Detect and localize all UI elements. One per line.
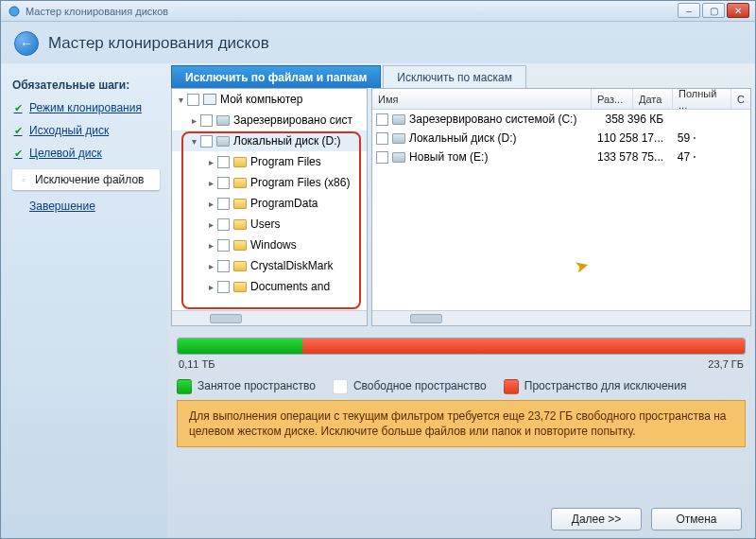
usage-excluded-segment bbox=[302, 339, 745, 354]
main-panel: Исключить по файлам и папкам Исключить п… bbox=[167, 63, 755, 538]
swatch-free bbox=[333, 379, 348, 394]
window-buttons: – ▢ ✕ bbox=[678, 3, 749, 18]
tree-hscroll[interactable] bbox=[172, 310, 367, 325]
expand-icon[interactable]: ▸ bbox=[206, 282, 215, 292]
checkbox[interactable] bbox=[217, 198, 230, 210]
tree-node[interactable]: ▸ Documents and bbox=[172, 276, 367, 297]
checkbox[interactable] bbox=[217, 156, 230, 168]
tree-label: Program Files (x86) bbox=[250, 176, 350, 189]
sidebar-title: Обязательные шаги: bbox=[12, 78, 160, 92]
drive-icon bbox=[216, 115, 230, 126]
col-size[interactable]: Раз... bbox=[592, 89, 633, 109]
collapse-icon[interactable]: ▾ bbox=[176, 95, 185, 105]
tree-node[interactable]: ▸ CrystalDiskMark bbox=[172, 255, 367, 276]
checkbox[interactable] bbox=[217, 177, 230, 189]
scroll-thumb[interactable] bbox=[210, 314, 242, 323]
tree-node[interactable]: ▸ Windows bbox=[172, 235, 367, 255]
maximize-button[interactable]: ▢ bbox=[702, 3, 725, 18]
list-item[interactable]: Зарезервировано системой (C:) 358 396 КБ bbox=[372, 110, 750, 129]
tree-label: Зарезервировано сист bbox=[233, 113, 352, 127]
close-button[interactable]: ✕ bbox=[727, 3, 749, 18]
expand-icon[interactable]: ▸ bbox=[189, 115, 198, 126]
checkbox[interactable] bbox=[200, 114, 213, 127]
tree-label: Program Files bbox=[250, 155, 321, 168]
step-target-disk[interactable]: ✔ Целевой диск bbox=[12, 147, 160, 160]
swatch-used bbox=[177, 379, 192, 394]
checkbox[interactable] bbox=[217, 281, 230, 293]
step-label: Режим клонирования bbox=[29, 101, 142, 114]
titlebar[interactable]: Мастер клонирования дисков – ▢ ✕ bbox=[1, 1, 755, 22]
legend: Занятое пространство Свободное пространс… bbox=[177, 379, 746, 394]
checkbox[interactable] bbox=[200, 135, 213, 148]
step-source-disk[interactable]: ✔ Исходный диск bbox=[12, 124, 160, 137]
tree-node[interactable]: ▸ ProgramData bbox=[172, 193, 367, 214]
tab-label: Исключить по файлам и папкам bbox=[185, 71, 367, 84]
tree-node[interactable]: ▸ Users bbox=[172, 214, 367, 235]
next-button[interactable]: Далее >> bbox=[551, 508, 642, 530]
checkbox[interactable] bbox=[376, 132, 388, 145]
legend-excl: Пространство для исключения bbox=[504, 379, 687, 394]
checkbox[interactable] bbox=[376, 113, 388, 126]
step-finish[interactable]: ◦ Завершение bbox=[12, 200, 160, 213]
checkbox[interactable] bbox=[217, 260, 230, 272]
folder-icon bbox=[233, 282, 247, 292]
list-item[interactable]: Локальный диск (D:) 110 258 17... 59 ⋅ bbox=[372, 129, 750, 148]
back-button[interactable]: ← bbox=[14, 31, 39, 56]
expand-icon[interactable]: ▸ bbox=[206, 219, 215, 230]
tree-label: ProgramData bbox=[250, 197, 318, 210]
expand-icon[interactable]: ▸ bbox=[206, 261, 215, 271]
expand-icon[interactable]: ▸ bbox=[206, 178, 215, 188]
list-name: Зарезервировано системой (C:) bbox=[409, 113, 576, 126]
tab-exclude-masks[interactable]: Исключить по маскам bbox=[383, 65, 526, 88]
list-size: 110 258 17... bbox=[593, 131, 669, 145]
cursor-icon: ➤ bbox=[572, 253, 591, 277]
list-size: 358 396 КБ bbox=[593, 113, 669, 126]
col-date[interactable]: Дата bbox=[633, 89, 673, 109]
col-full[interactable]: Полный ... bbox=[673, 89, 731, 109]
col-last[interactable]: С bbox=[731, 89, 750, 109]
list-name: Локальный диск (D:) bbox=[409, 131, 517, 145]
step-label: Исключение файлов bbox=[35, 173, 144, 186]
checkbox[interactable] bbox=[187, 94, 199, 106]
arrow-left-icon: ← bbox=[20, 36, 33, 51]
check-icon: ✔ bbox=[12, 125, 24, 136]
list-date: 59 ⋅ bbox=[669, 131, 705, 145]
minimize-button[interactable]: – bbox=[678, 3, 700, 18]
expand-icon[interactable]: ▸ bbox=[206, 157, 215, 167]
drive-icon bbox=[216, 136, 230, 147]
folder-icon bbox=[233, 219, 247, 230]
used-label: 0,11 ТБ bbox=[179, 358, 215, 370]
checkbox[interactable] bbox=[217, 239, 230, 252]
file-list[interactable]: Имя Раз... Дата Полный ... С Зарезервиро… bbox=[371, 88, 751, 326]
col-name[interactable]: Имя bbox=[372, 89, 592, 109]
tree-node-reserved[interactable]: ▸ Зарезервировано сист bbox=[172, 110, 367, 130]
list-hscroll[interactable] bbox=[372, 310, 750, 325]
checkbox[interactable] bbox=[376, 151, 388, 164]
checkbox[interactable] bbox=[217, 218, 230, 231]
tab-exclude-files[interactable]: Исключить по файлам и папкам bbox=[171, 65, 381, 88]
tree-label: Мой компьютер bbox=[220, 93, 302, 106]
app-icon bbox=[9, 6, 20, 17]
list-item[interactable]: Новый том (E:) 133 578 75... 47 ⋅ bbox=[372, 148, 750, 166]
collapse-icon[interactable]: ▾ bbox=[189, 136, 198, 147]
drive-icon bbox=[392, 133, 405, 144]
list-name: Новый том (E:) bbox=[409, 150, 488, 164]
expand-icon[interactable]: ▸ bbox=[206, 240, 215, 251]
step-exclude-files[interactable]: ◦ Исключение файлов bbox=[12, 169, 160, 190]
scroll-thumb[interactable] bbox=[410, 314, 442, 323]
tree-root[interactable]: ▾ Мой компьютер bbox=[172, 89, 367, 110]
folder-tree[interactable]: ▾ Мой компьютер ▸ Зарезервировано сист ▾ bbox=[171, 88, 368, 326]
sidebar: Обязательные шаги: ✔ Режим клонирования … bbox=[1, 63, 167, 538]
step-label: Завершение bbox=[29, 200, 95, 213]
step-mode[interactable]: ✔ Режим клонирования bbox=[12, 101, 160, 114]
tree-node[interactable]: ▸ Program Files (x86) bbox=[172, 172, 367, 193]
tree-node-local-d[interactable]: ▾ Локальный диск (D:) bbox=[172, 130, 367, 151]
tree-label: CrystalDiskMark bbox=[250, 259, 333, 272]
expand-icon[interactable]: ▸ bbox=[206, 199, 215, 209]
cancel-button[interactable]: Отмена bbox=[651, 508, 742, 530]
computer-icon bbox=[203, 94, 216, 105]
list-header: Имя Раз... Дата Полный ... С bbox=[372, 89, 750, 110]
tree-node[interactable]: ▸ Program Files bbox=[172, 151, 367, 172]
legend-free: Свободное пространство bbox=[333, 379, 487, 394]
swatch-excl bbox=[504, 379, 519, 394]
